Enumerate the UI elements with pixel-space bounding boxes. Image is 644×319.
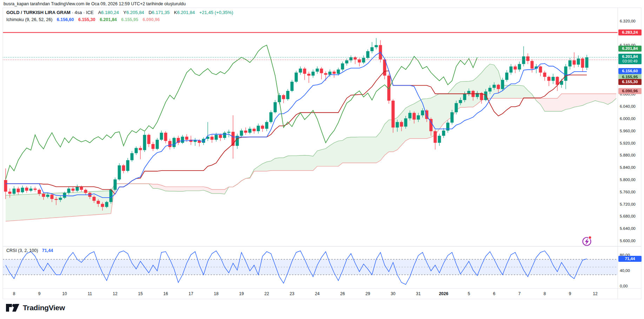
exchange-label: ICE	[86, 10, 94, 15]
crsi-value: 71,44	[42, 248, 53, 253]
ichimoku-senkou-a-value: 6.155,95	[121, 17, 138, 22]
open-label: A	[98, 10, 101, 15]
chart-canvas[interactable]	[0, 0, 644, 319]
ichimoku-row[interactable]: Ichimoku (9, 26, 52, 26) 6.156,60 6.155,…	[6, 16, 233, 24]
high-value: 6.205,84	[126, 10, 144, 15]
ichimoku-label[interactable]: Ichimoku (9, 26, 52, 26)	[6, 17, 52, 22]
change-value: +21,45 (+0,35%)	[199, 10, 233, 15]
ichimoku-kijun-value: 6.155,30	[78, 17, 95, 22]
crsi-legend[interactable]: CRSI (3, 2, 100) 71,44	[6, 248, 53, 253]
open-value: 6.180,24	[101, 10, 119, 15]
close-label: K	[174, 10, 177, 15]
ichimoku-tenkan-value: 6.156,60	[57, 17, 74, 22]
ichimoku-chikou-value: 6.201,84	[100, 17, 117, 22]
interval-label[interactable]: 4sa	[75, 10, 82, 15]
tradingview-logo[interactable]: TradingView	[6, 303, 65, 312]
close-value: 6.201,84	[177, 10, 195, 15]
tradingview-logo-text: TradingView	[23, 304, 65, 312]
low-value: 6.171,35	[152, 10, 170, 15]
flash-icon	[583, 236, 592, 245]
separator: ·	[83, 10, 85, 15]
chart-legend: GOLD / TURKISH LIRA GRAM · 4sa · ICE A6.…	[6, 9, 233, 24]
high-label: Y	[123, 10, 126, 15]
symbol-row[interactable]: GOLD / TURKISH LIRA GRAM · 4sa · ICE A6.…	[6, 9, 233, 16]
tradingview-chart-snapshot: busra_kapan tarafından TradingView.com i…	[0, 0, 644, 319]
tradingview-logo-icon	[6, 303, 20, 312]
ichimoku-senkou-b-value: 6.090,96	[142, 17, 160, 22]
low-label: D	[148, 10, 152, 15]
crsi-label[interactable]: CRSI (3, 2, 100)	[6, 248, 38, 253]
separator: ·	[72, 10, 73, 15]
symbol-title[interactable]: GOLD / TURKISH LIRA GRAM	[6, 10, 71, 15]
